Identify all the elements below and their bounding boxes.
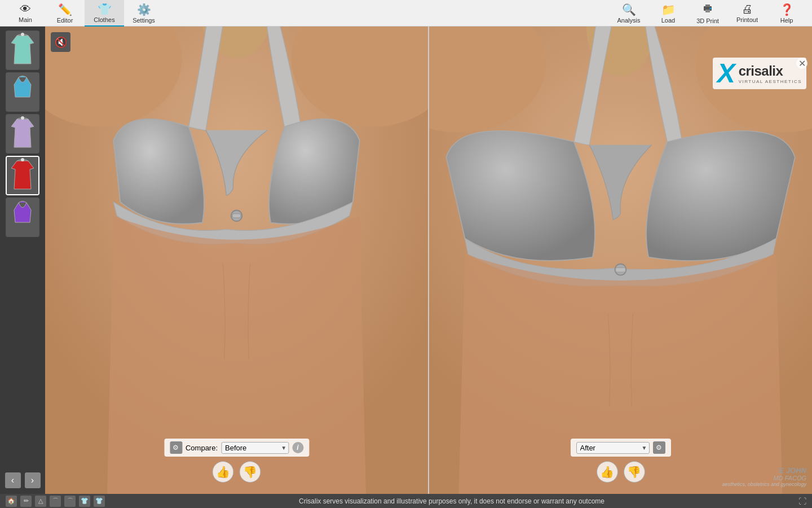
speaker-button[interactable]: 🔇 (51, 32, 70, 52)
thumb-buttons-right: 👍 👎 (597, 461, 645, 483)
toolbar-analysis-label: Analysis (617, 17, 641, 24)
thumb-buttons-left: 👍 👎 (212, 461, 261, 483)
sidebar-nav: ‹ › (0, 470, 45, 491)
toolbar-main-label: Main (19, 16, 32, 23)
toolbar-load[interactable]: 📁 Load (648, 0, 688, 27)
crisalix-logo: X crisalix VIRTUAL AESTHETICS (713, 58, 806, 89)
svg-rect-2 (705, 10, 710, 12)
sidebar-cloth4[interactable] (6, 156, 39, 195)
load-icon: 📁 (661, 3, 676, 16)
toolbar-editor[interactable]: ✏️ Editor (45, 0, 85, 27)
toolbar-load-label: Load (661, 17, 675, 24)
toolbar-analysis[interactable]: 🔍 Analysis (609, 0, 648, 27)
doctor-specialty: aesthetics, obstetrics and gynecology (722, 481, 806, 488)
status-triangle-icon[interactable]: △ (35, 496, 46, 507)
settings-small-icon: ⚙ (173, 444, 179, 452)
printout-icon: 🖨 (742, 3, 753, 16)
status-icons: 🏠 ✏ △ ⌒ ⌒ 👕 👕 (6, 496, 105, 507)
svg-point-5 (21, 116, 24, 120)
status-shirt2-icon[interactable]: 👕 (94, 496, 105, 507)
svg-rect-12 (232, 214, 241, 218)
clothes-icon: 👕 (98, 2, 112, 16)
right-body-model (429, 27, 812, 494)
toolbar-help-label: Help (780, 17, 793, 24)
thumbs-up-right[interactable]: 👍 (597, 461, 618, 483)
status-edit-icon[interactable]: ✏ (20, 496, 32, 507)
toolbar: 👁 Main ✏️ Editor 👕 Clothes ⚙️ Settings 🔍… (0, 0, 812, 27)
toolbar-printout[interactable]: 🖨 Printout (727, 0, 767, 27)
compare-select-wrapper: Before After ▼ (221, 442, 289, 454)
doctor-credentials: MD FACOG (722, 475, 806, 481)
sidebar-cloth1[interactable] (6, 30, 39, 70)
logo-close-button[interactable]: ✕ (796, 58, 807, 69)
status-bar: 🏠 ✏ △ ⌒ ⌒ 👕 👕 Crisalix serves visualizat… (0, 494, 812, 508)
3dprint-icon (701, 2, 714, 17)
compare-settings-button-right[interactable]: ⚙ (653, 441, 665, 454)
compare-row-left: ⚙ Compare: Before After ▼ i (164, 439, 309, 457)
doctor-name: E JOHN (722, 466, 806, 475)
status-shirt1-icon[interactable]: 👕 (79, 496, 90, 507)
left-panel: ⚙ Compare: Before After ▼ i � (45, 27, 429, 494)
thumbs-down-left[interactable]: 👎 (239, 461, 261, 483)
toolbar-3dprint-label: 3D Print (696, 17, 719, 24)
left-body-model (45, 27, 428, 494)
toolbar-settings-label: Settings (133, 17, 155, 24)
logo-text: crisalix VIRTUAL AESTHETICS (739, 63, 802, 84)
sidebar-next-button[interactable]: › (25, 472, 41, 488)
compare-select-left[interactable]: Before After (221, 442, 289, 454)
thumbs-up-left[interactable]: 👍 (212, 461, 233, 483)
viewer-area: ⚙ Compare: Before After ▼ i � (45, 27, 812, 494)
settings-right-icon: ⚙ (656, 444, 662, 452)
right-panel-controls: After Before ▼ ⚙ 👍 👎 (571, 439, 671, 483)
toolbar-settings[interactable]: ⚙️ Settings (124, 0, 164, 27)
toolbar-3dprint[interactable]: 3D Print (688, 0, 727, 27)
sidebar-cloth2[interactable] (6, 72, 39, 112)
svg-point-3 (710, 8, 712, 10)
status-disclaimer: Crisalix serves visualization and illust… (105, 497, 798, 505)
info-icon: i (297, 444, 298, 452)
sidebar-prev-button[interactable]: ‹ (5, 472, 21, 488)
logo-x-icon: X (717, 60, 735, 87)
settings-icon: ⚙️ (137, 3, 151, 16)
svg-point-6 (21, 158, 24, 161)
logo-subtitle: VIRTUAL AESTHETICS (739, 79, 802, 84)
compare-label: Compare: (186, 444, 218, 452)
status-wave2-icon[interactable]: ⌒ (64, 496, 76, 507)
compare-select-wrapper-right: After Before ▼ (576, 442, 650, 454)
status-home-icon[interactable]: 🏠 (6, 496, 17, 507)
status-wave1-icon[interactable]: ⌒ (50, 496, 61, 507)
toolbar-clothes[interactable]: 👕 Clothes (85, 0, 124, 27)
doctor-signature: E JOHN MD FACOG aesthetics, obstetrics a… (722, 466, 806, 488)
sidebar-cloth3[interactable] (6, 114, 39, 154)
main-area: ‹ › 🔇 (0, 27, 812, 494)
toolbar-main[interactable]: 👁 Main (6, 0, 45, 27)
toolbar-help[interactable]: ❓ Help (767, 0, 806, 27)
info-button-left[interactable]: i (292, 442, 303, 453)
logo-name: crisalix (739, 63, 802, 79)
analysis-icon: 🔍 (622, 3, 636, 16)
toolbar-clothes-label: Clothes (94, 16, 114, 23)
sidebar: ‹ › (0, 27, 45, 494)
svg-point-4 (21, 33, 24, 36)
thumbs-down-right[interactable]: 👎 (624, 461, 645, 483)
editor-icon: ✏️ (58, 3, 72, 16)
compare-row-right: After Before ▼ ⚙ (571, 439, 671, 457)
svg-rect-18 (616, 268, 626, 272)
main-icon: 👁 (20, 3, 31, 16)
compare-select-right[interactable]: After Before (576, 442, 650, 454)
left-panel-controls: ⚙ Compare: Before After ▼ i � (164, 439, 309, 483)
compare-settings-button[interactable]: ⚙ (170, 441, 182, 454)
toolbar-editor-label: Editor (57, 17, 73, 24)
sidebar-cloth5[interactable] (6, 198, 39, 237)
right-panel: ✏ ⊕ After Before ▼ ⚙ (429, 27, 812, 494)
toolbar-printout-label: Printout (736, 16, 758, 23)
help-icon: ❓ (780, 3, 794, 16)
svg-rect-1 (705, 5, 710, 7)
expand-button[interactable]: ⛶ (798, 497, 806, 506)
